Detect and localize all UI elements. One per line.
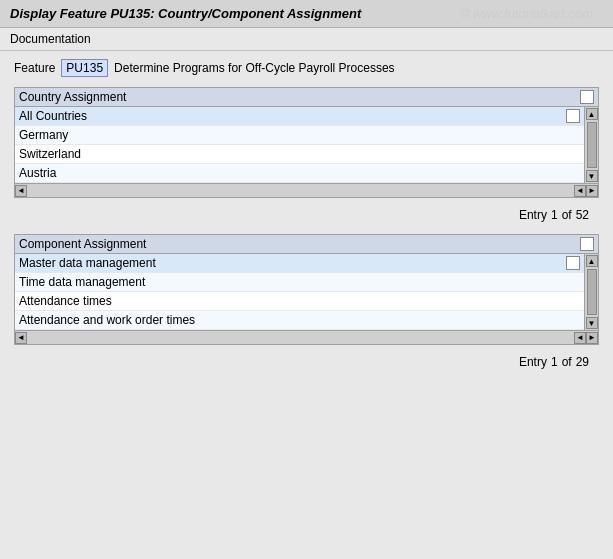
country-list-item[interactable]: Switzerland	[15, 145, 584, 164]
country-list-item-text: Austria	[19, 166, 580, 180]
component-list-item-text: Master data management	[19, 256, 566, 270]
country-list-items: All CountriesGermanySwitzerlandAustria	[15, 107, 584, 183]
component-list-item-checkbox[interactable]	[566, 256, 580, 270]
country-assignment-list: Country Assignment All CountriesGermanyS…	[14, 87, 599, 198]
component-list-item[interactable]: Attendance times	[15, 292, 584, 311]
feature-label: Feature	[14, 61, 55, 75]
page-title: Display Feature PU135: Country/Component…	[10, 6, 361, 21]
component-scroll-down[interactable]: ▼	[586, 317, 598, 329]
country-list-item-checkbox[interactable]	[566, 109, 580, 123]
country-list-item-text: All Countries	[19, 109, 566, 123]
country-scroll-track-h	[27, 186, 574, 196]
country-scroll-right2[interactable]: ►	[586, 185, 598, 197]
component-list-item[interactable]: Attendance and work order times	[15, 311, 584, 330]
feature-description: Determine Programs for Off-Cycle Payroll…	[114, 61, 395, 75]
documentation-menu[interactable]: Documentation	[10, 32, 91, 46]
title-bar: Display Feature PU135: Country/Component…	[0, 0, 613, 28]
main-container: Display Feature PU135: Country/Component…	[0, 0, 613, 559]
country-entry-label: Entry	[519, 208, 547, 222]
component-assignment-header: Component Assignment	[19, 237, 580, 251]
country-scroll-thumb[interactable]	[587, 122, 597, 168]
country-scroll-right1[interactable]: ◄	[574, 185, 586, 197]
component-list-item-text: Attendance times	[19, 294, 580, 308]
country-entry-current: 1	[551, 208, 558, 222]
country-assignment-header: Country Assignment	[19, 90, 580, 104]
component-entry-label: Entry	[519, 355, 547, 369]
country-scroll-left[interactable]: ◄	[15, 185, 27, 197]
component-list-item[interactable]: Master data management	[15, 254, 584, 273]
feature-row: Feature PU135 Determine Programs for Off…	[14, 59, 599, 77]
component-scrollbar-horizontal[interactable]: ◄ ◄ ►	[15, 330, 598, 344]
country-list-item[interactable]: All Countries	[15, 107, 584, 126]
component-scroll-right-arrows: ◄ ►	[574, 332, 598, 344]
component-list-body: Master data managementTime data manageme…	[15, 254, 598, 330]
country-entry-total: 52	[576, 208, 589, 222]
component-scroll-right1[interactable]: ◄	[574, 332, 586, 344]
component-scroll-left[interactable]: ◄	[15, 332, 27, 344]
country-entry-row: Entry 1 of 52	[14, 204, 599, 226]
country-list-item-text: Germany	[19, 128, 580, 142]
content-area: Feature PU135 Determine Programs for Off…	[0, 51, 613, 559]
watermark: © www.tutorialkart.com	[460, 6, 593, 21]
country-list-body: All CountriesGermanySwitzerlandAustria ▲…	[15, 107, 598, 183]
country-assignment-header-row: Country Assignment	[15, 88, 598, 107]
component-scroll-thumb[interactable]	[587, 269, 597, 315]
component-entry-row: Entry 1 of 29	[14, 351, 599, 373]
component-scroll-up[interactable]: ▲	[586, 255, 598, 267]
component-entry-current: 1	[551, 355, 558, 369]
country-scrollbar-horizontal[interactable]: ◄ ◄ ►	[15, 183, 598, 197]
country-entry-separator: of	[562, 208, 572, 222]
component-scroll-right2[interactable]: ►	[586, 332, 598, 344]
country-scroll-up[interactable]: ▲	[586, 108, 598, 120]
component-scroll-track-h	[27, 333, 574, 343]
feature-code: PU135	[61, 59, 108, 77]
component-assignment-header-row: Component Assignment	[15, 235, 598, 254]
component-list-item[interactable]: Time data management	[15, 273, 584, 292]
component-assignment-list: Component Assignment Master data managem…	[14, 234, 599, 345]
component-list-item-text: Time data management	[19, 275, 580, 289]
country-list-item-text: Switzerland	[19, 147, 580, 161]
country-scroll-down[interactable]: ▼	[586, 170, 598, 182]
component-entry-separator: of	[562, 355, 572, 369]
component-list-items: Master data managementTime data manageme…	[15, 254, 584, 330]
country-scroll-right-arrows: ◄ ►	[574, 185, 598, 197]
component-entry-total: 29	[576, 355, 589, 369]
country-assignment-header-checkbox[interactable]	[580, 90, 594, 104]
menu-bar: Documentation	[0, 28, 613, 51]
country-list-item[interactable]: Austria	[15, 164, 584, 183]
component-scrollbar-vertical[interactable]: ▲ ▼	[584, 254, 598, 330]
component-list-item-text: Attendance and work order times	[19, 313, 580, 327]
country-scrollbar-vertical[interactable]: ▲ ▼	[584, 107, 598, 183]
component-assignment-header-checkbox[interactable]	[580, 237, 594, 251]
country-list-item[interactable]: Germany	[15, 126, 584, 145]
